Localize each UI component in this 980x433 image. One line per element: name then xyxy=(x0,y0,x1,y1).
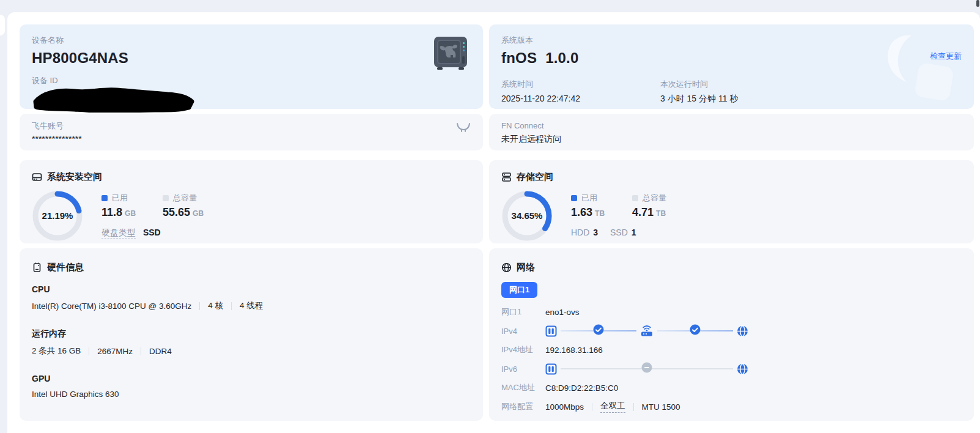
total-unit: GB xyxy=(193,209,204,218)
used-label: 已用 xyxy=(112,193,128,204)
used-legend-swatch xyxy=(101,195,108,201)
net-config-speed: 1000Mbps xyxy=(545,402,584,412)
nas-device-icon xyxy=(432,35,470,71)
check-badge-icon xyxy=(690,324,701,335)
hdd-count: 3 xyxy=(593,228,598,237)
network-icon xyxy=(501,262,512,273)
total-label: 总容量 xyxy=(643,193,666,204)
hardware-title: 硬件信息 xyxy=(47,262,84,273)
mac-label: MAC地址 xyxy=(501,382,545,393)
ram-type: DDR4 xyxy=(149,347,172,356)
ipv4-addr-label: IPv4地址 xyxy=(501,344,545,355)
internet-globe-icon xyxy=(737,325,748,337)
hardware-card: 硬件信息 CPU Intel(R) Core(TM) i3-8100 CPU @… xyxy=(20,248,483,421)
gpu-model: Intel UHD Graphics 630 xyxy=(32,390,119,399)
dashboard-panel: 设备名称 HP800G4NAS 设备 ID xyxy=(7,12,980,433)
ram-label: 运行内存 xyxy=(32,328,471,339)
net-config-mtu: MTU 1500 xyxy=(642,402,680,412)
used-unit: TB xyxy=(595,209,605,218)
disconnected-badge-icon xyxy=(641,362,652,373)
ipv4-label: IPv4 xyxy=(501,327,545,336)
divider xyxy=(141,347,141,355)
divider xyxy=(89,347,89,355)
hardware-icon xyxy=(32,262,42,273)
system-time-value: 2025-11-20 22:47:42 xyxy=(501,93,660,104)
system-space-donut: 21.19% xyxy=(32,190,83,242)
used-label: 已用 xyxy=(581,193,597,204)
system-version-card: 系统版本 fnOS 1.0.0 检查更新 系统时间 2025-11-20 22:… xyxy=(489,24,974,109)
storage-title: 存储空间 xyxy=(517,171,553,183)
router-icon xyxy=(640,325,654,337)
device-id-redaction xyxy=(32,87,196,113)
disk-type-label[interactable]: 硬盘类型 xyxy=(101,228,136,239)
left-edge-notch xyxy=(0,15,5,35)
total-label: 总容量 xyxy=(173,193,197,204)
cpu-threads: 4 线程 xyxy=(240,300,263,311)
total-unit: TB xyxy=(656,209,666,218)
ssd-label: SSD xyxy=(610,228,628,237)
device-id-label: 设备 ID xyxy=(32,76,471,86)
used-value: 1.63 xyxy=(571,206,592,218)
total-value: 4.71 xyxy=(632,206,654,218)
ram-size: 2 条共 16 GB xyxy=(32,346,81,357)
cpu-label: CPU xyxy=(32,284,471,294)
server-stack-icon xyxy=(501,172,512,182)
cpu-cores: 4 核 xyxy=(208,300,223,311)
ram-speed: 2667MHz xyxy=(97,347,133,356)
account-value: *************** xyxy=(32,133,82,144)
net-config-duplex[interactable]: 全双工 xyxy=(600,401,625,413)
fn-connect-label: FN Connect xyxy=(501,121,962,131)
disk-type-value: SSD xyxy=(143,228,161,237)
ipv6-label: IPv6 xyxy=(501,365,545,374)
ipv4-connectivity-diagram xyxy=(545,325,748,337)
uptime-label: 本次运行时间 xyxy=(660,80,738,89)
account-label: 飞牛账号 xyxy=(32,121,82,131)
system-version-label: 系统版本 xyxy=(501,35,962,45)
cpu-model: Intel(R) Core(TM) i3-8100 CPU @ 3.60GHz xyxy=(32,302,191,311)
nas-node-icon xyxy=(545,363,557,375)
device-name: HP800G4NAS xyxy=(32,49,471,67)
total-value: 55.65 xyxy=(163,206,190,218)
net-config-label: 网络配置 xyxy=(501,401,545,412)
os-name: fnOS xyxy=(501,49,537,67)
account-card: 飞牛账号 *************** xyxy=(20,114,483,150)
device-card: 设备名称 HP800G4NAS 设备 ID xyxy=(20,24,483,109)
network-card: 网络 网口1 网口1 eno1-ovs IPv4 xyxy=(489,248,974,421)
used-unit: GB xyxy=(125,209,136,218)
divider xyxy=(592,403,592,411)
device-name-label: 设备名称 xyxy=(32,35,471,45)
check-update-link[interactable]: 检查更新 xyxy=(930,51,962,62)
port-tab-button[interactable]: 网口1 xyxy=(501,282,537,298)
fn-connect-card: FN Connect 未开启远程访问 xyxy=(489,114,974,150)
used-value: 11.8 xyxy=(101,206,122,218)
internet-globe-icon xyxy=(737,363,748,375)
fn-horns-icon xyxy=(456,122,471,133)
used-legend-swatch xyxy=(571,195,577,201)
system-space-title: 系统安装空间 xyxy=(47,171,102,183)
disk-icon xyxy=(32,172,42,182)
total-legend-swatch xyxy=(632,195,638,201)
os-version: 1.0.0 xyxy=(545,49,578,67)
storage-percent: 34.65% xyxy=(512,210,543,221)
system-space-percent: 21.19% xyxy=(42,210,73,221)
port-value: eno1-ovs xyxy=(545,308,580,317)
check-badge-icon xyxy=(593,324,604,335)
ssd-count: 1 xyxy=(632,228,636,237)
nas-node-icon xyxy=(545,325,557,337)
ipv6-connectivity-diagram xyxy=(545,363,748,375)
port-label: 网口1 xyxy=(501,306,545,317)
ipv4-addr-value: 192.168.31.166 xyxy=(545,346,603,355)
fn-connect-value: 未开启远程访问 xyxy=(501,133,962,144)
hdd-label: HDD xyxy=(571,228,589,237)
uptime-value: 3 小时 15 分钟 11 秒 xyxy=(660,93,738,104)
divider xyxy=(231,302,232,310)
system-space-card: 系统安装空间 21.19% 已用 11.8GB 总容量 xyxy=(20,160,483,243)
gpu-label: GPU xyxy=(32,374,471,383)
divider xyxy=(633,403,634,411)
divider xyxy=(199,302,200,310)
system-time-label: 系统时间 xyxy=(501,80,660,89)
storage-donut: 34.65% xyxy=(501,190,553,242)
total-legend-swatch xyxy=(163,195,169,201)
scrollbar-thumb[interactable] xyxy=(976,0,979,7)
mac-value: C8:D9:D2:22:B5:C0 xyxy=(545,383,618,393)
